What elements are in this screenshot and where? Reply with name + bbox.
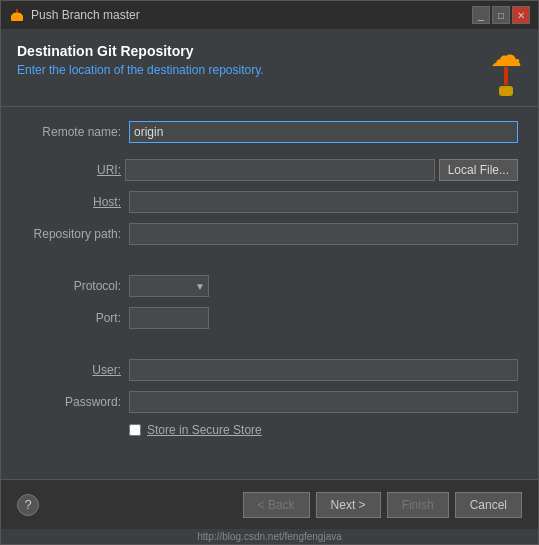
header-text-block: Destination Git Repository Enter the loc… [17,43,264,77]
spacer-2 [21,339,518,349]
form-area: Remote name: URI: Local File... Host: Re… [1,107,538,479]
secure-store-row: Store in Secure Store [129,423,518,437]
minimize-button[interactable]: _ [472,6,490,24]
window-icon [9,7,25,23]
next-button[interactable]: Next > [316,492,381,518]
secure-store-label[interactable]: Store in Secure Store [147,423,262,437]
dialog-footer: ? < Back Next > Finish Cancel [1,479,538,529]
svg-point-1 [12,13,22,18]
local-file-button[interactable]: Local File... [439,159,518,181]
port-row: Port: [21,307,518,329]
finish-button[interactable]: Finish [387,492,449,518]
maximize-button[interactable]: □ [492,6,510,24]
secure-store-checkbox[interactable] [129,424,141,436]
dialog-header: Destination Git Repository Enter the loc… [1,29,538,107]
repo-path-input[interactable] [129,223,518,245]
watermark: http://blog.csdn.net/fengfengjava [1,529,538,544]
dialog-content: Destination Git Repository Enter the loc… [1,29,538,479]
window-title: Push Branch master [31,8,466,22]
push-branch-window: Push Branch master _ □ ✕ Destination Git… [0,0,539,545]
title-bar: Push Branch master _ □ ✕ [1,1,538,29]
password-input[interactable] [129,391,518,413]
user-row: User: [21,359,518,381]
port-label: Port: [21,311,121,325]
window-controls: _ □ ✕ [472,6,530,24]
host-input[interactable] [129,191,518,213]
close-button[interactable]: ✕ [512,6,530,24]
port-input[interactable] [129,307,209,329]
back-button[interactable]: < Back [243,492,310,518]
dialog-title: Destination Git Repository [17,43,264,59]
remote-name-row: Remote name: [21,121,518,143]
repo-path-row: Repository path: [21,223,518,245]
user-label: User: [21,363,121,377]
footer-left: ? [17,494,39,516]
uri-input[interactable] [125,159,435,181]
protocol-wrapper: ssh http https git ▼ [129,275,209,297]
header-icon-block: ☁ [490,39,522,96]
host-row: Host: [21,191,518,213]
protocol-row: Protocol: ssh http https git ▼ [21,275,518,297]
protocol-label: Protocol: [21,279,121,293]
protocol-select[interactable]: ssh http https git [129,275,209,297]
password-label: Password: [21,395,121,409]
upload-arrow-icon [504,67,508,85]
host-label: Host: [21,195,121,209]
database-icon [499,86,513,96]
remote-name-label: Remote name: [21,125,121,139]
uri-label: URI: [21,163,121,177]
dialog-subtitle: Enter the location of the destination re… [17,63,264,77]
help-button[interactable]: ? [17,494,39,516]
remote-name-input[interactable] [129,121,518,143]
spacer-1 [21,255,518,265]
password-row: Password: [21,391,518,413]
user-input[interactable] [129,359,518,381]
repo-path-label: Repository path: [21,227,121,241]
uri-row: URI: Local File... [21,159,518,181]
footer-buttons: < Back Next > Finish Cancel [243,492,522,518]
cancel-button[interactable]: Cancel [455,492,522,518]
